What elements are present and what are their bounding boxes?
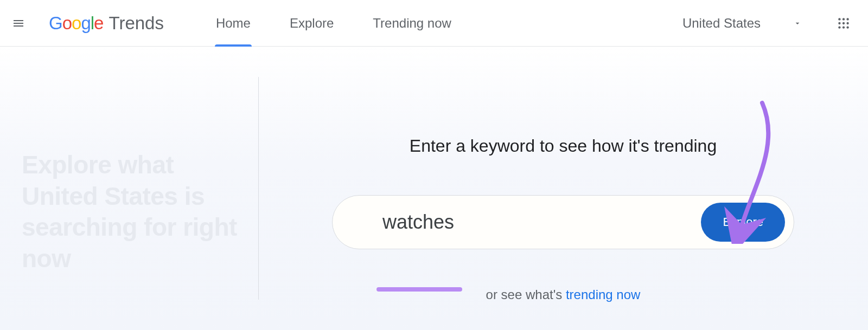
search-prompt: Enter a keyword to see how it's trending (410, 136, 717, 156)
hamburger-menu-button[interactable] (10, 15, 27, 32)
svg-point-4 (843, 22, 845, 24)
region-selector[interactable]: United States (682, 16, 802, 31)
svg-point-0 (838, 18, 840, 20)
top-nav: Home Explore Trending now (213, 0, 455, 47)
apps-grid-icon (837, 16, 851, 30)
alt-suggestion: or see what's trending now (486, 287, 641, 302)
google-wordmark: Google (49, 13, 103, 34)
left-tagline: Explore what United States is searching … (22, 150, 253, 274)
logo[interactable]: Google Trends (49, 13, 164, 34)
app-header: Google Trends Home Explore Trending now … (0, 0, 868, 47)
nav-trending-now[interactable]: Trending now (369, 0, 455, 47)
svg-point-1 (843, 18, 845, 20)
search-container: Explore (332, 195, 794, 249)
svg-point-8 (846, 26, 848, 28)
nav-home[interactable]: Home (213, 0, 254, 47)
explore-button[interactable]: Explore (701, 203, 785, 242)
nav-explore[interactable]: Explore (286, 0, 337, 47)
svg-point-2 (846, 18, 848, 20)
svg-point-7 (843, 26, 845, 28)
left-pane: Explore what United States is searching … (0, 47, 258, 330)
region-selected-label: United States (682, 16, 761, 31)
annotation-underline (376, 287, 462, 292)
svg-point-3 (838, 22, 840, 24)
right-pane: Enter a keyword to see how it's trending… (258, 47, 868, 330)
keyword-input[interactable] (382, 211, 690, 234)
product-name: Trends (108, 13, 163, 34)
chevron-down-icon (793, 19, 802, 28)
content-area: Explore what United States is searching … (0, 47, 868, 330)
trending-now-link[interactable]: trending now (566, 287, 640, 302)
menu-icon (12, 17, 25, 30)
svg-point-5 (846, 22, 848, 24)
svg-point-6 (838, 26, 840, 28)
google-apps-button[interactable] (834, 14, 853, 33)
alt-prefix: or see what's (486, 287, 566, 302)
